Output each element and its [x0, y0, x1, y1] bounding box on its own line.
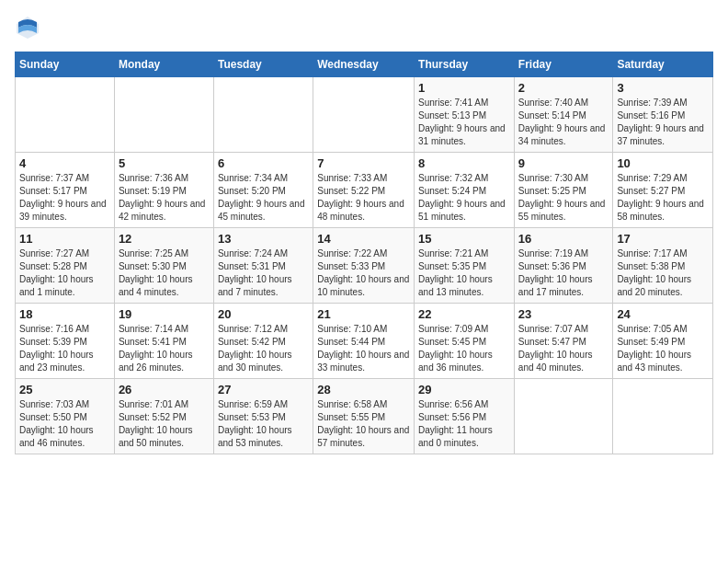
calendar-cell: 15Sunrise: 7:21 AM Sunset: 5:35 PM Dayli…	[415, 228, 515, 304]
day-info: Sunrise: 7:30 AM Sunset: 5:25 PM Dayligh…	[518, 172, 609, 224]
calendar-cell: 28Sunrise: 6:58 AM Sunset: 5:55 PM Dayli…	[313, 379, 415, 454]
calendar-cell: 29Sunrise: 6:56 AM Sunset: 5:56 PM Dayli…	[415, 379, 515, 454]
calendar-cell: 25Sunrise: 7:03 AM Sunset: 5:50 PM Dayli…	[16, 379, 115, 454]
column-header-sunday: Sunday	[16, 52, 115, 77]
day-number: 6	[218, 156, 309, 170]
logo-icon	[15, 15, 40, 40]
day-info: Sunrise: 7:34 AM Sunset: 5:20 PM Dayligh…	[218, 172, 309, 224]
day-info: Sunrise: 7:05 AM Sunset: 5:49 PM Dayligh…	[617, 323, 709, 374]
day-number: 24	[617, 307, 709, 321]
calendar-cell: 5Sunrise: 7:36 AM Sunset: 5:19 PM Daylig…	[114, 153, 213, 228]
calendar-cell: 20Sunrise: 7:12 AM Sunset: 5:42 PM Dayli…	[213, 304, 313, 379]
calendar-cell: 22Sunrise: 7:09 AM Sunset: 5:45 PM Dayli…	[415, 304, 515, 379]
day-number: 10	[617, 156, 709, 170]
day-info: Sunrise: 7:14 AM Sunset: 5:41 PM Dayligh…	[119, 323, 210, 374]
day-info: Sunrise: 7:25 AM Sunset: 5:30 PM Dayligh…	[119, 247, 210, 299]
day-info: Sunrise: 7:33 AM Sunset: 5:22 PM Dayligh…	[317, 172, 410, 224]
calendar-cell: 21Sunrise: 7:10 AM Sunset: 5:44 PM Dayli…	[313, 304, 415, 379]
calendar-cell: 23Sunrise: 7:07 AM Sunset: 5:47 PM Dayli…	[514, 304, 613, 379]
day-number: 28	[317, 383, 410, 396]
day-info: Sunrise: 7:41 AM Sunset: 5:13 PM Dayligh…	[418, 97, 510, 148]
day-info: Sunrise: 7:22 AM Sunset: 5:33 PM Dayligh…	[317, 247, 410, 299]
calendar-cell: 13Sunrise: 7:24 AM Sunset: 5:31 PM Dayli…	[213, 228, 313, 304]
calendar-cell: 24Sunrise: 7:05 AM Sunset: 5:49 PM Dayli…	[613, 304, 713, 379]
page-header	[15, 15, 713, 40]
day-info: Sunrise: 7:40 AM Sunset: 5:14 PM Dayligh…	[518, 97, 609, 148]
calendar-cell	[114, 77, 213, 153]
calendar-cell: 6Sunrise: 7:34 AM Sunset: 5:20 PM Daylig…	[213, 153, 313, 228]
calendar-cell: 12Sunrise: 7:25 AM Sunset: 5:30 PM Dayli…	[114, 228, 213, 304]
calendar-cell: 11Sunrise: 7:27 AM Sunset: 5:28 PM Dayli…	[16, 228, 115, 304]
calendar-cell: 8Sunrise: 7:32 AM Sunset: 5:24 PM Daylig…	[415, 153, 515, 228]
calendar-cell: 10Sunrise: 7:29 AM Sunset: 5:27 PM Dayli…	[613, 153, 713, 228]
day-number: 8	[418, 156, 510, 170]
calendar-cell	[514, 379, 613, 454]
column-header-saturday: Saturday	[613, 52, 713, 77]
column-header-wednesday: Wednesday	[313, 52, 415, 77]
day-info: Sunrise: 7:10 AM Sunset: 5:44 PM Dayligh…	[317, 323, 410, 374]
day-number: 11	[19, 232, 110, 246]
day-number: 26	[119, 383, 210, 396]
day-info: Sunrise: 6:56 AM Sunset: 5:56 PM Dayligh…	[418, 398, 510, 450]
calendar-week-4: 18Sunrise: 7:16 AM Sunset: 5:39 PM Dayli…	[16, 304, 713, 379]
header-row: SundayMondayTuesdayWednesdayThursdayFrid…	[16, 52, 713, 77]
day-number: 23	[518, 307, 609, 321]
calendar-cell	[613, 379, 713, 454]
day-number: 12	[119, 232, 210, 246]
day-info: Sunrise: 6:59 AM Sunset: 5:53 PM Dayligh…	[218, 398, 309, 450]
day-info: Sunrise: 7:32 AM Sunset: 5:24 PM Dayligh…	[418, 172, 510, 224]
day-number: 19	[119, 307, 210, 321]
day-info: Sunrise: 7:19 AM Sunset: 5:36 PM Dayligh…	[518, 247, 609, 299]
day-number: 25	[19, 383, 110, 396]
calendar-week-2: 4Sunrise: 7:37 AM Sunset: 5:17 PM Daylig…	[16, 153, 713, 228]
column-header-thursday: Thursday	[415, 52, 515, 77]
day-info: Sunrise: 7:29 AM Sunset: 5:27 PM Dayligh…	[617, 172, 709, 224]
day-info: Sunrise: 7:16 AM Sunset: 5:39 PM Dayligh…	[19, 323, 110, 374]
day-number: 4	[19, 156, 110, 170]
calendar-cell: 19Sunrise: 7:14 AM Sunset: 5:41 PM Dayli…	[114, 304, 213, 379]
day-info: Sunrise: 7:27 AM Sunset: 5:28 PM Dayligh…	[19, 247, 110, 299]
calendar-cell: 3Sunrise: 7:39 AM Sunset: 5:16 PM Daylig…	[613, 77, 713, 153]
day-number: 5	[119, 156, 210, 170]
day-number: 29	[418, 383, 510, 396]
day-info: Sunrise: 7:12 AM Sunset: 5:42 PM Dayligh…	[218, 323, 309, 374]
day-number: 9	[518, 156, 609, 170]
day-info: Sunrise: 7:21 AM Sunset: 5:35 PM Dayligh…	[418, 247, 510, 299]
calendar-cell: 2Sunrise: 7:40 AM Sunset: 5:14 PM Daylig…	[514, 77, 613, 153]
column-header-tuesday: Tuesday	[213, 52, 313, 77]
day-number: 18	[19, 307, 110, 321]
day-info: Sunrise: 7:01 AM Sunset: 5:52 PM Dayligh…	[119, 398, 210, 450]
day-number: 22	[418, 307, 510, 321]
logo	[15, 15, 44, 40]
calendar-cell: 26Sunrise: 7:01 AM Sunset: 5:52 PM Dayli…	[114, 379, 213, 454]
calendar-cell: 9Sunrise: 7:30 AM Sunset: 5:25 PM Daylig…	[514, 153, 613, 228]
calendar-week-3: 11Sunrise: 7:27 AM Sunset: 5:28 PM Dayli…	[16, 228, 713, 304]
calendar-cell: 14Sunrise: 7:22 AM Sunset: 5:33 PM Dayli…	[313, 228, 415, 304]
day-number: 15	[418, 232, 510, 246]
calendar-cell	[313, 77, 415, 153]
day-info: Sunrise: 7:37 AM Sunset: 5:17 PM Dayligh…	[19, 172, 110, 224]
calendar-cell: 16Sunrise: 7:19 AM Sunset: 5:36 PM Dayli…	[514, 228, 613, 304]
day-number: 16	[518, 232, 609, 246]
calendar-cell	[16, 77, 115, 153]
calendar-week-1: 1Sunrise: 7:41 AM Sunset: 5:13 PM Daylig…	[16, 77, 713, 153]
calendar-cell	[213, 77, 313, 153]
calendar-cell: 18Sunrise: 7:16 AM Sunset: 5:39 PM Dayli…	[16, 304, 115, 379]
day-number: 3	[617, 81, 709, 95]
day-number: 27	[218, 383, 309, 396]
day-number: 14	[317, 232, 410, 246]
day-number: 20	[218, 307, 309, 321]
day-info: Sunrise: 7:36 AM Sunset: 5:19 PM Dayligh…	[119, 172, 210, 224]
day-number: 21	[317, 307, 410, 321]
calendar-week-5: 25Sunrise: 7:03 AM Sunset: 5:50 PM Dayli…	[16, 379, 713, 454]
day-number: 17	[617, 232, 709, 246]
column-header-friday: Friday	[514, 52, 613, 77]
day-info: Sunrise: 7:03 AM Sunset: 5:50 PM Dayligh…	[19, 398, 110, 450]
day-number: 2	[518, 81, 609, 95]
day-number: 7	[317, 156, 410, 170]
calendar-cell: 1Sunrise: 7:41 AM Sunset: 5:13 PM Daylig…	[415, 77, 515, 153]
calendar-cell: 4Sunrise: 7:37 AM Sunset: 5:17 PM Daylig…	[16, 153, 115, 228]
calendar-cell: 7Sunrise: 7:33 AM Sunset: 5:22 PM Daylig…	[313, 153, 415, 228]
day-number: 1	[418, 81, 510, 95]
calendar-table: SundayMondayTuesdayWednesdayThursdayFrid…	[15, 52, 713, 454]
